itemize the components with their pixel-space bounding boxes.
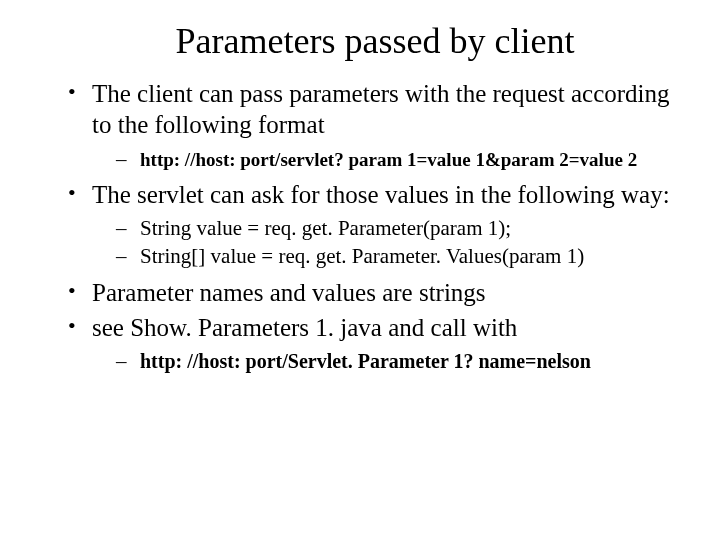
sub-bullet-2-1: String value = req. get. Parameter(param… [116, 214, 680, 242]
bullet-list: The client can pass parameters with the … [40, 78, 680, 376]
bullet-text-2: The servlet can ask for those values in … [92, 181, 670, 208]
slide-title: Parameters passed by client [90, 20, 660, 62]
bullet-item-2: The servlet can ask for those values in … [68, 179, 680, 271]
sub-bullet-text-1-1: http: //host: port/servlet? param 1=valu… [140, 149, 637, 170]
sub-list-1: http: //host: port/servlet? param 1=valu… [92, 145, 680, 173]
bullet-item-3: Parameter names and values are strings [68, 277, 680, 308]
sub-bullet-1-1: http: //host: port/servlet? param 1=valu… [116, 145, 680, 173]
bullet-item-4: see Show. Parameters 1. java and call wi… [68, 312, 680, 376]
sub-bullet-text-4-1: http: //host: port/Servlet. Parameter 1?… [140, 350, 591, 372]
bullet-item-1: The client can pass parameters with the … [68, 78, 680, 173]
sub-list-2: String value = req. get. Parameter(param… [92, 214, 680, 271]
sub-bullet-4-1: http: //host: port/Servlet. Parameter 1?… [116, 347, 680, 375]
sub-bullet-2-2: String[] value = req. get. Parameter. Va… [116, 242, 680, 270]
sub-bullet-text-2-2: String[] value = req. get. Parameter. Va… [140, 244, 584, 268]
bullet-text-1: The client can pass parameters with the … [92, 80, 670, 138]
sub-bullet-text-2-1: String value = req. get. Parameter(param… [140, 216, 511, 240]
sub-list-4: http: //host: port/Servlet. Parameter 1?… [92, 347, 680, 375]
bullet-text-4: see Show. Parameters 1. java and call wi… [92, 314, 517, 341]
bullet-text-3: Parameter names and values are strings [92, 279, 486, 306]
